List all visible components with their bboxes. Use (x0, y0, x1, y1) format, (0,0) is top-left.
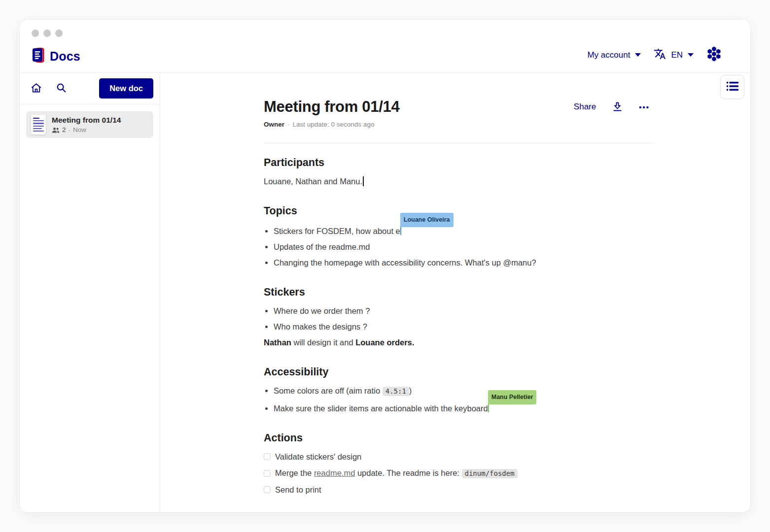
last-update-text: Last update: 0 seconds ago (293, 121, 375, 128)
list-item[interactable]: Some colors are off (aim ratio 4.5:1) (274, 385, 654, 397)
task-label[interactable]: Validate stickers' design (275, 451, 361, 463)
language-menu[interactable]: EN (654, 48, 694, 63)
app-window: Docs My account EN (20, 20, 750, 512)
section-heading-actions: Actions (264, 432, 654, 444)
document-icon (31, 115, 46, 134)
readme-link[interactable]: readme.md (314, 468, 355, 477)
doc-item-time: Now (73, 126, 86, 133)
more-options-button[interactable]: ••• (639, 103, 650, 111)
search-icon (56, 82, 67, 95)
new-doc-button[interactable]: New doc (99, 78, 153, 99)
stickers-list: Where do we order them ? Who makes the d… (264, 305, 654, 332)
docs-logo-icon (32, 47, 45, 66)
meta-separator: · (69, 126, 71, 133)
section-heading-topics: Topics (264, 205, 654, 217)
my-account-label: My account (587, 50, 630, 60)
la-suite-apps-button[interactable] (706, 46, 722, 64)
app-header: Docs My account EN (20, 20, 750, 73)
language-label: EN (671, 50, 683, 60)
doc-meta: Owner · Last update: 0 seconds ago (264, 121, 654, 128)
task-checkbox[interactable] (264, 486, 271, 493)
stickers-note[interactable]: Nathan will design it and Louane orders. (264, 336, 654, 348)
sidebar-toolbar: New doc (20, 73, 160, 104)
list-item[interactable]: Changing the homepage with accessibility… (274, 257, 654, 268)
text-cursor (363, 176, 364, 186)
chevron-down-icon (635, 53, 641, 57)
divider (264, 143, 654, 143)
editor-pane: Meeting from 01/14 Share ••• Owner (160, 73, 750, 512)
collaborator-name-label: Manu Pelletier (488, 390, 537, 404)
window-control-dot[interactable] (55, 30, 63, 37)
topics-list: Stickers for FOSDEM, how about eLouane O… (264, 224, 654, 268)
doc-list: Meeting from 01/14 2 (20, 104, 160, 145)
remote-cursor-manu: Manu Pelletier (488, 401, 490, 413)
download-button[interactable] (613, 102, 622, 112)
search-button[interactable] (56, 82, 67, 95)
collaborator-name-label: Louane Oliveira (400, 213, 454, 227)
list-item[interactable]: Stickers for FOSDEM, how about eLouane O… (274, 224, 654, 237)
meta-separator: · (287, 121, 290, 128)
app-logo[interactable]: Docs (32, 47, 80, 66)
task-list: Validate stickers' design Merge the read… (264, 451, 654, 496)
page-title: Meeting from 01/14 (264, 98, 399, 116)
chevron-down-icon (688, 53, 694, 57)
doc-item-meta: 2 · Now (52, 126, 121, 133)
inline-code: 4.5:1 (383, 387, 409, 396)
doc-item-title: Meeting from 01/14 (52, 116, 121, 125)
list-item[interactable]: Updates of the readme.md (274, 241, 654, 253)
section-heading-accessibility: Accessibility (264, 366, 654, 378)
collaborator-count: 2 (62, 126, 66, 133)
home-icon (31, 82, 42, 95)
list-item[interactable]: Where do we order them ? (274, 305, 654, 317)
window-control-dot[interactable] (32, 30, 39, 37)
task-row: Send to print (264, 484, 654, 496)
sidebar: New doc Meeting from 01/14 (20, 73, 160, 512)
collaborators-icon (52, 127, 60, 133)
my-account-menu[interactable]: My account (587, 50, 641, 60)
remote-cursor-louane: Louane Oliveira (400, 224, 402, 235)
translate-icon (654, 48, 666, 63)
list-icon (727, 81, 738, 93)
list-item[interactable]: Make sure the slider items are actionabl… (274, 401, 654, 414)
section-heading-participants: Participants (264, 157, 654, 169)
home-button[interactable] (31, 82, 42, 95)
owner-badge: Owner (264, 121, 284, 128)
table-of-contents-button[interactable] (720, 75, 744, 99)
participants-text[interactable]: Louane, Nathan and Manu. (264, 175, 654, 187)
window-control-dot[interactable] (43, 30, 51, 37)
list-item[interactable]: Who makes the designs ? (274, 321, 654, 332)
task-checkbox[interactable] (264, 470, 271, 477)
inline-code: dinum/fosdem (462, 469, 518, 478)
task-row: Validate stickers' design (264, 451, 654, 463)
accessibility-list: Some colors are off (aim ratio 4.5:1) Ma… (264, 385, 654, 414)
task-checkbox[interactable] (264, 453, 271, 460)
window-controls (32, 30, 63, 37)
share-button[interactable]: Share (574, 102, 596, 112)
header-actions: My account EN (587, 46, 722, 64)
doc-list-item[interactable]: Meeting from 01/14 2 (26, 111, 153, 138)
task-row: Merge the readme.md update. The readme i… (264, 467, 654, 479)
section-heading-stickers: Stickers (264, 286, 654, 299)
task-label[interactable]: Merge the readme.md update. The readme i… (275, 467, 518, 479)
task-label[interactable]: Send to print (275, 484, 321, 496)
app-name: Docs (50, 49, 80, 64)
